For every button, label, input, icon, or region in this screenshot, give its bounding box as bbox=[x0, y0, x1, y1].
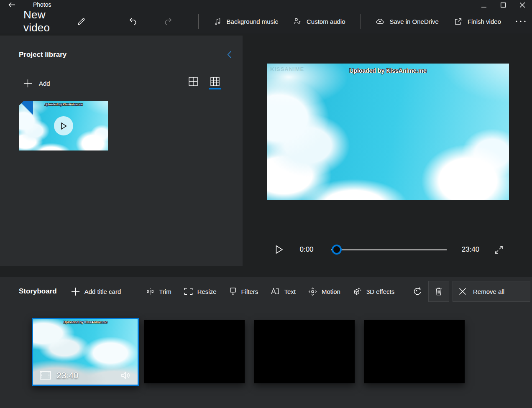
command-bar: New video Background music Custom audio … bbox=[0, 9, 532, 33]
project-title: New video bbox=[23, 8, 66, 34]
motion-label: Motion bbox=[322, 288, 340, 295]
trim-button[interactable]: Trim bbox=[143, 281, 174, 302]
play-icon bbox=[275, 245, 283, 254]
more-options-button[interactable] bbox=[515, 20, 526, 23]
fullscreen-button[interactable] bbox=[494, 245, 503, 254]
seek-track[interactable] bbox=[331, 249, 447, 250]
text-label: Text bbox=[284, 288, 296, 295]
filters-button[interactable]: Filters bbox=[227, 281, 261, 302]
finish-video-button[interactable]: Finish video bbox=[454, 17, 501, 26]
pencil-icon bbox=[77, 17, 86, 26]
plus-icon bbox=[23, 79, 32, 88]
play-button[interactable] bbox=[275, 245, 283, 254]
app-title: Photos bbox=[33, 1, 51, 8]
storyboard-clip-black[interactable] bbox=[364, 320, 465, 383]
rename-project-button[interactable] bbox=[77, 17, 86, 26]
storyboard-clip-selected[interactable]: Uploaded by KissAnime.me 23:40 bbox=[32, 318, 139, 386]
toolbar-separator bbox=[198, 14, 199, 29]
minimize-icon bbox=[481, 0, 486, 9]
add-media-button[interactable]: Add bbox=[23, 79, 50, 88]
minimize-button[interactable] bbox=[474, 0, 494, 9]
film-strip-icon bbox=[40, 371, 51, 380]
expand-icon bbox=[494, 245, 503, 254]
maximize-button[interactable] bbox=[494, 0, 513, 9]
person-audio-icon bbox=[293, 17, 302, 26]
title-bar: Photos bbox=[0, 0, 532, 9]
speaker-icon[interactable] bbox=[121, 371, 131, 380]
redo-button[interactable] bbox=[164, 17, 173, 26]
delete-button[interactable] bbox=[428, 281, 449, 302]
seek-slider[interactable] bbox=[331, 245, 447, 255]
trim-icon bbox=[146, 287, 154, 296]
storyboard-clip-black[interactable] bbox=[254, 320, 355, 383]
rotate-button[interactable] bbox=[410, 281, 425, 302]
add-label: Add bbox=[39, 80, 50, 87]
3d-effects-icon bbox=[353, 287, 362, 296]
3d-effects-label: 3D effects bbox=[366, 288, 394, 295]
custom-audio-button[interactable]: Custom audio bbox=[293, 17, 345, 26]
video-preview[interactable]: KISSANIME Uploaded by KissAnime.me bbox=[267, 64, 509, 200]
playback-controls: 0:00 23:40 bbox=[243, 240, 532, 259]
storyboard-panel: Storyboard Add title card Trim Resize Fi… bbox=[0, 277, 532, 408]
clip-play-button[interactable] bbox=[54, 116, 73, 135]
preview-area: KISSANIME Uploaded by KissAnime.me 0:00 … bbox=[243, 33, 532, 277]
resize-button[interactable]: Resize bbox=[182, 281, 219, 302]
clip-info-bar: 23:40 bbox=[33, 366, 138, 385]
add-title-card-label: Add title card bbox=[84, 288, 121, 295]
background-music-button[interactable]: Background music bbox=[214, 18, 278, 26]
redo-icon bbox=[164, 17, 173, 26]
save-onedrive-button[interactable]: Save in OneDrive bbox=[376, 17, 439, 26]
motion-button[interactable]: Motion bbox=[306, 281, 343, 302]
collapse-library-button[interactable] bbox=[226, 50, 233, 59]
save-onedrive-label: Save in OneDrive bbox=[389, 18, 439, 25]
background-music-label: Background music bbox=[227, 18, 278, 25]
current-time: 0:00 bbox=[298, 245, 315, 254]
remove-all-button[interactable]: Remove all bbox=[453, 281, 530, 302]
text-icon bbox=[271, 287, 279, 296]
view-toggles bbox=[189, 77, 220, 89]
text-button[interactable]: Text bbox=[268, 281, 298, 302]
storyboard-toolbar: Storyboard Add title card Trim Resize Fi… bbox=[0, 277, 532, 303]
play-icon bbox=[60, 122, 67, 130]
filters-icon bbox=[229, 287, 237, 296]
preview-watermark-text: Uploaded by KissAnime.me bbox=[267, 67, 509, 74]
storyboard-clips: Uploaded by KissAnime.me 23:40 bbox=[32, 318, 532, 386]
add-title-card-button[interactable]: Add title card bbox=[69, 281, 124, 302]
total-time: 23:40 bbox=[461, 245, 480, 254]
back-button[interactable] bbox=[0, 0, 24, 9]
cloud-upload-icon bbox=[376, 17, 384, 26]
resize-icon bbox=[184, 288, 193, 295]
rotate-icon bbox=[412, 286, 422, 296]
music-note-icon bbox=[214, 18, 222, 26]
trim-label: Trim bbox=[159, 288, 171, 295]
3d-effects-button[interactable]: 3D effects bbox=[350, 281, 397, 302]
main-area: Project library Add bbox=[0, 33, 532, 277]
added-corner-fold-icon bbox=[19, 101, 33, 115]
undo-button[interactable] bbox=[128, 17, 138, 26]
remove-all-label: Remove all bbox=[473, 288, 504, 295]
trash-icon bbox=[435, 287, 443, 296]
large-grid-view-button[interactable] bbox=[189, 77, 198, 89]
export-icon bbox=[454, 17, 463, 26]
storyboard-title: Storyboard bbox=[19, 287, 57, 296]
toolbar-separator bbox=[361, 14, 361, 29]
seek-thumb[interactable] bbox=[332, 245, 342, 255]
custom-audio-label: Custom audio bbox=[307, 18, 345, 25]
clip-duration: 23:40 bbox=[56, 370, 79, 380]
storyboard-clip-black[interactable] bbox=[144, 320, 245, 383]
motion-icon bbox=[308, 287, 317, 296]
clip-watermark-text: Uploaded by KissAnime.me bbox=[33, 320, 138, 324]
filters-label: Filters bbox=[241, 288, 258, 295]
maximize-icon bbox=[501, 0, 506, 9]
grid-3x3-icon bbox=[210, 77, 220, 86]
close-button[interactable] bbox=[513, 0, 532, 9]
resize-label: Resize bbox=[197, 288, 217, 295]
x-icon bbox=[459, 288, 466, 295]
plus-icon bbox=[71, 287, 80, 296]
grid-2x2-icon bbox=[189, 77, 198, 86]
undo-icon bbox=[128, 17, 138, 26]
close-icon bbox=[520, 0, 525, 9]
project-library-title: Project library bbox=[19, 51, 66, 59]
library-clip-thumbnail[interactable]: Uploaded by KissAnime.me bbox=[19, 101, 108, 150]
small-grid-view-button[interactable] bbox=[210, 77, 220, 89]
